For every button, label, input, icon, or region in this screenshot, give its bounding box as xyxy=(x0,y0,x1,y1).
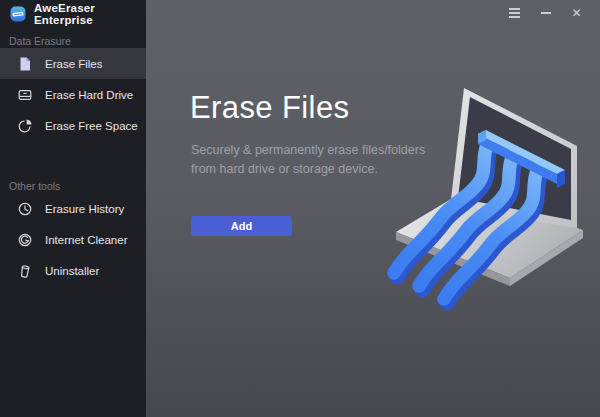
clock-icon xyxy=(17,201,33,217)
hard-drive-icon xyxy=(17,87,33,103)
section-label-other-tools: Other tools xyxy=(0,179,146,193)
laptop-shredder-illustration xyxy=(385,80,595,320)
app-logo-icon xyxy=(10,6,26,22)
hamburger-menu-icon xyxy=(509,8,520,18)
close-icon: ✕ xyxy=(571,7,581,19)
add-button[interactable]: Add xyxy=(191,216,292,236)
cleaner-swirl-icon xyxy=(17,232,33,248)
sidebar-item-uninstaller[interactable]: Uninstaller xyxy=(0,255,146,286)
sidebar-item-label: Uninstaller xyxy=(45,265,99,277)
sidebar-item-erase-files[interactable]: Erase Files xyxy=(0,48,146,79)
sidebar-item-label: Internet Cleaner xyxy=(45,234,127,246)
menu-button[interactable] xyxy=(499,1,530,25)
titlebar: ✕ xyxy=(499,0,600,26)
app-title: AweEraser Enterprise xyxy=(34,2,146,26)
sidebar: AweEraser Enterprise Data Erasure Erase … xyxy=(0,0,146,417)
section-label-data-erasure: Data Erasure xyxy=(0,34,146,48)
sidebar-item-internet-cleaner[interactable]: Internet Cleaner xyxy=(0,224,146,255)
sidebar-item-erase-free-space[interactable]: Erase Free Space xyxy=(0,110,146,141)
minimize-button[interactable] xyxy=(530,1,561,25)
minimize-icon xyxy=(541,12,551,14)
trash-icon xyxy=(17,263,33,279)
page-title: Erase Files xyxy=(190,90,349,126)
app-header: AweEraser Enterprise xyxy=(0,0,146,28)
app-window: AweEraser Enterprise Data Erasure Erase … xyxy=(0,0,600,417)
sidebar-item-label: Erasure History xyxy=(45,203,124,215)
sidebar-item-label: Erase Free Space xyxy=(45,120,138,132)
sidebar-item-label: Erase Files xyxy=(45,58,103,70)
sidebar-item-erasure-history[interactable]: Erasure History xyxy=(0,193,146,224)
pie-chart-icon xyxy=(17,118,33,134)
main-panel: ✕ Erase Files Securely & permanently era… xyxy=(146,0,600,417)
sidebar-item-label: Erase Hard Drive xyxy=(45,89,133,101)
file-icon xyxy=(17,56,33,72)
close-button[interactable]: ✕ xyxy=(561,1,592,25)
sidebar-item-erase-hard-drive[interactable]: Erase Hard Drive xyxy=(0,79,146,110)
